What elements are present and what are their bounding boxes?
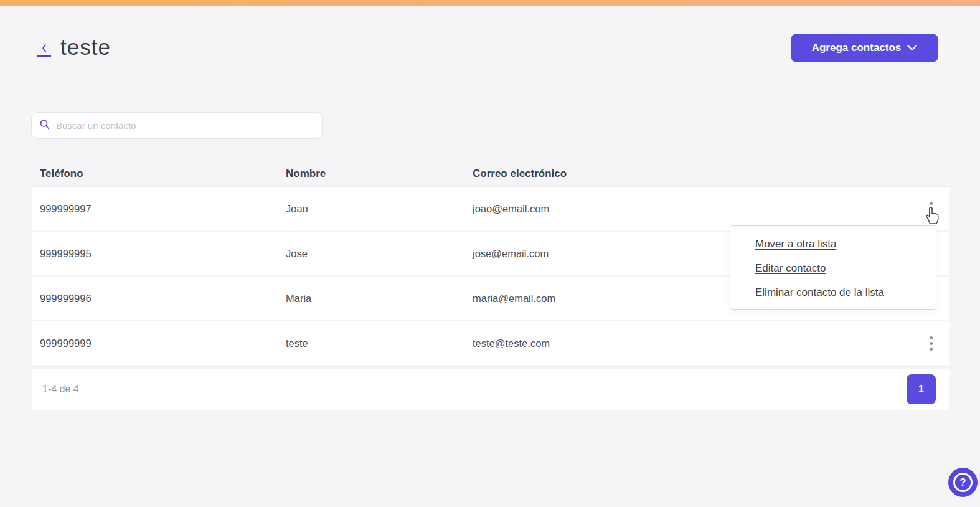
table-row: 999999997 Joao joao@email.com [32, 187, 949, 230]
top-accent-bar [0, 0, 980, 6]
search-input[interactable] [56, 120, 314, 131]
contact-phone: 999999999 [40, 338, 286, 349]
menu-item-remove-contact[interactable]: Eliminar contacto de la lista [755, 280, 936, 305]
page-number-button[interactable]: 1 [907, 374, 936, 404]
kebab-menu-icon[interactable] [923, 198, 939, 219]
row-context-menu: Mover a otra lista Editar contacto Elimi… [730, 225, 936, 310]
chevron-down-icon [907, 45, 917, 51]
column-header-name: Nombre [286, 168, 473, 180]
pagination-bar: 1-4 de 4 1 [32, 369, 949, 410]
help-button[interactable]: ? [948, 468, 978, 497]
contact-name: Joao [286, 203, 473, 215]
contact-name: Maria [286, 293, 473, 305]
question-mark-icon: ? [953, 473, 973, 492]
search-box [31, 112, 323, 139]
back-chevron-icon: ‹ [42, 39, 47, 55]
add-contacts-label: Agrega contactos [812, 42, 902, 54]
contact-phone: 999999997 [40, 203, 286, 215]
contact-email: teste@teste.com [473, 338, 912, 349]
contact-phone: 999999995 [40, 248, 286, 260]
table-header-row: Teléfono Nombre Correo electrónico [32, 161, 949, 187]
menu-item-edit-contact[interactable]: Editar contacto [755, 256, 936, 280]
contact-name: teste [286, 338, 473, 349]
back-button[interactable]: ‹ [35, 39, 54, 60]
table-row: 999999999 teste teste@teste.com [32, 321, 949, 365]
search-icon [39, 119, 50, 133]
contact-name: Jose [286, 248, 473, 260]
column-header-phone: Teléfono [40, 168, 286, 180]
contacts-list-page: ‹ teste Agrega contactos Teléfono Nombre… [0, 0, 980, 507]
kebab-menu-icon[interactable] [923, 333, 939, 354]
page-title: teste [60, 35, 111, 60]
add-contacts-button[interactable]: Agrega contactos [791, 34, 938, 62]
contact-phone: 999999996 [40, 293, 286, 305]
menu-item-move-to-list[interactable]: Mover a otra lista [755, 232, 936, 256]
contact-email: joao@email.com [473, 203, 912, 215]
pagination-range-label: 1-4 de 4 [42, 384, 79, 395]
column-header-email: Correo electrónico [473, 168, 912, 180]
